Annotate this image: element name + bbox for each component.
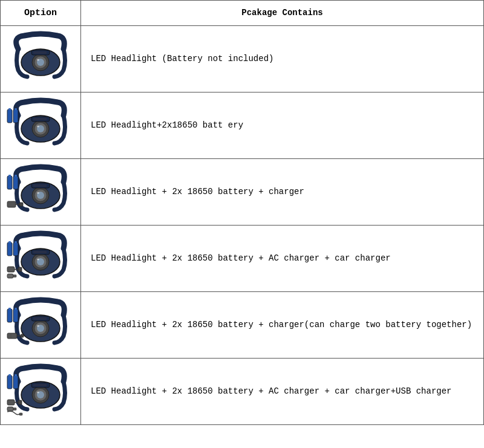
svg-rect-17 (15, 108, 17, 110)
table-row: LED Headlight + 2x 18650 battery + charg… (1, 292, 484, 359)
package-description-6: LED Headlight + 2x 18650 battery + AC ch… (81, 359, 484, 425)
option-image-4 (1, 226, 81, 292)
svg-point-11 (37, 126, 39, 128)
package-description-3: LED Headlight + 2x 18650 battery + charg… (81, 159, 484, 226)
table-row: LED Headlight + 2x 18650 battery + charg… (1, 159, 484, 226)
package-description-5: LED Headlight + 2x 18650 battery + charg… (81, 292, 484, 359)
package-description-2: LED Headlight+2x18650 batt ery (81, 93, 484, 159)
svg-rect-43 (7, 267, 15, 272)
svg-rect-71 (8, 374, 11, 376)
svg-rect-41 (13, 242, 18, 256)
column-header-option: Option (1, 1, 81, 26)
svg-rect-74 (7, 400, 15, 405)
svg-rect-6 (33, 51, 47, 54)
package-description-4: LED Headlight + 2x 18650 battery + AC ch… (81, 226, 484, 292)
svg-rect-27 (13, 176, 18, 189)
svg-point-52 (37, 325, 39, 327)
svg-rect-69 (33, 384, 47, 386)
svg-point-22 (37, 192, 39, 194)
svg-rect-73 (15, 374, 17, 376)
svg-rect-54 (33, 317, 47, 320)
svg-point-36 (37, 259, 39, 261)
table-row: LED Headlight+2x18650 batt ery (1, 93, 484, 159)
svg-rect-28 (15, 175, 17, 177)
svg-rect-39 (7, 242, 12, 256)
description-text: LED Headlight+2x18650 batt ery (91, 120, 243, 130)
svg-rect-29 (7, 201, 16, 207)
table-row: LED Headlight + 2x 18650 battery + AC ch… (1, 226, 484, 292)
description-text: LED Headlight + 2x 18650 battery + AC ch… (91, 253, 391, 263)
svg-point-67 (37, 392, 39, 394)
description-text: LED Headlight + 2x 18650 battery + AC ch… (91, 386, 452, 396)
description-text: LED Headlight (Battery not included) (91, 54, 273, 63)
svg-rect-26 (8, 175, 11, 177)
svg-rect-77 (7, 407, 13, 411)
svg-rect-13 (33, 118, 47, 120)
svg-rect-42 (15, 241, 17, 243)
svg-rect-78 (13, 408, 16, 411)
svg-rect-76 (18, 400, 22, 404)
svg-rect-31 (19, 203, 23, 206)
table-row: LED Headlight (Battery not included) (1, 26, 484, 93)
svg-rect-38 (33, 251, 47, 253)
svg-rect-79 (19, 413, 22, 415)
description-text: LED Headlight + 2x 18650 battery + charg… (91, 187, 304, 196)
description-text: LED Headlight + 2x 18650 battery + charg… (91, 320, 472, 330)
svg-rect-58 (15, 308, 17, 310)
svg-rect-56 (8, 308, 11, 310)
column-header-package: Pcakage Contains (81, 1, 484, 26)
svg-rect-25 (7, 176, 12, 189)
svg-rect-59 (7, 333, 17, 339)
option-image-6 (1, 359, 81, 425)
svg-rect-40 (8, 241, 11, 243)
svg-rect-16 (13, 109, 18, 123)
svg-rect-15 (8, 108, 11, 110)
option-image-5 (1, 292, 81, 359)
svg-rect-45 (18, 267, 22, 271)
svg-rect-24 (33, 184, 47, 187)
svg-rect-14 (7, 109, 12, 123)
option-image-1 (1, 26, 81, 93)
svg-point-4 (37, 59, 39, 61)
svg-rect-47 (13, 275, 16, 278)
svg-rect-72 (13, 375, 18, 389)
svg-rect-70 (7, 375, 12, 389)
svg-rect-62 (21, 334, 24, 337)
svg-rect-57 (13, 309, 18, 322)
svg-rect-55 (7, 309, 12, 322)
package-description-1: LED Headlight (Battery not included) (81, 26, 484, 93)
svg-rect-46 (7, 274, 13, 278)
table-row: LED Headlight + 2x 18650 battery + AC ch… (1, 359, 484, 425)
option-image-3 (1, 159, 81, 226)
option-image-2 (1, 93, 81, 159)
